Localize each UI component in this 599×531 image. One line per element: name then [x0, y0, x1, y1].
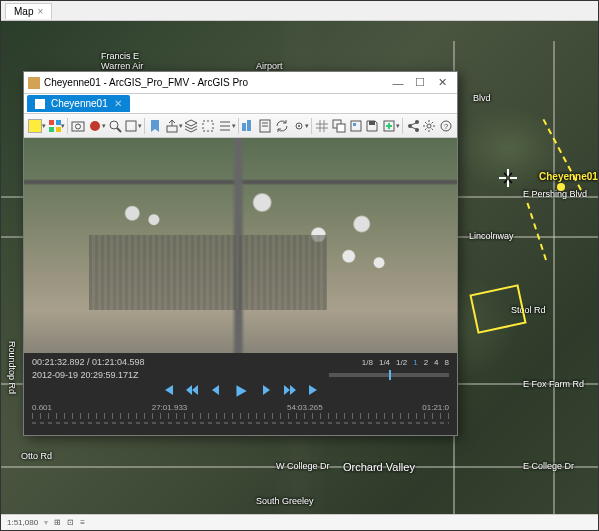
speed-selector[interactable]: 1/8 1/4 1/2 1 2 4 8 — [362, 358, 449, 367]
map-tab[interactable]: Map × — [5, 3, 52, 19]
step-back-button[interactable] — [209, 383, 223, 397]
map-tab-strip: Map × — [1, 1, 598, 21]
fmv-tab-label: Cheyenne01 — [51, 98, 108, 109]
timeline[interactable]: 0.601 27:01.933 54:03.265 01:21:0 — [32, 403, 449, 429]
svg-rect-0 — [49, 120, 54, 125]
fmv-marker-point[interactable] — [557, 183, 565, 191]
add-button[interactable] — [381, 117, 397, 135]
zoom-button[interactable] — [107, 117, 123, 135]
map-label: Blvd — [473, 93, 491, 103]
svg-rect-1 — [56, 120, 61, 125]
svg-rect-15 — [242, 123, 246, 131]
statusbar-icon[interactable]: ≡ — [80, 518, 85, 527]
playback-controls: 00:21:32.892 / 01:21:04.598 1/8 1/4 1/2 … — [24, 353, 457, 435]
share-button[interactable] — [405, 117, 421, 135]
svg-rect-25 — [353, 123, 356, 126]
svg-text:?: ? — [444, 122, 449, 131]
map-label: Francis E Warren Air — [101, 51, 143, 71]
record-button[interactable] — [87, 117, 103, 135]
bookmark-button[interactable] — [147, 117, 163, 135]
step-fwd-button[interactable] — [259, 383, 273, 397]
map-label: Lincolnway — [469, 231, 514, 241]
svg-rect-2 — [49, 127, 54, 132]
map-label: Airport — [256, 61, 283, 71]
select-button[interactable] — [200, 117, 216, 135]
fmv-titlebar[interactable]: Cheyenne01 - ArcGIS_Pro_FMV - ArcGIS Pro… — [24, 72, 457, 94]
graphics-button[interactable] — [241, 117, 257, 135]
map-label: E Fox Farm Rd — [523, 379, 584, 389]
svg-rect-3 — [56, 127, 61, 132]
cursor-icon — [499, 169, 517, 187]
layers-button[interactable] — [184, 117, 200, 135]
fmv-player-window: Cheyenne01 - ArcGIS_Pro_FMV - ArcGIS Pro… — [23, 71, 458, 436]
statusbar-icon[interactable]: ⊡ — [67, 518, 74, 527]
chevron-down-icon[interactable]: ▾ — [61, 122, 65, 130]
svg-point-21 — [298, 125, 300, 127]
metadata-button[interactable] — [257, 117, 273, 135]
svg-point-5 — [76, 124, 81, 129]
road — [553, 41, 555, 530]
svg-line-8 — [117, 128, 121, 132]
color-swatch-button[interactable] — [27, 117, 43, 135]
scale-display[interactable]: 1:51,080 — [7, 518, 38, 527]
svg-point-31 — [427, 124, 431, 128]
map-label: W College Dr — [276, 461, 330, 471]
maximize-button[interactable]: ☐ — [409, 76, 431, 89]
map-label: E Pershing Blvd — [523, 189, 587, 199]
map-label: E College Dr — [523, 461, 574, 471]
close-icon[interactable]: ✕ — [114, 98, 122, 109]
frame-button[interactable] — [123, 117, 139, 135]
save-button[interactable] — [364, 117, 380, 135]
track-button[interactable] — [291, 117, 307, 135]
svg-rect-16 — [247, 120, 251, 131]
fmv-footprint[interactable] — [469, 284, 526, 334]
close-button[interactable]: ✕ — [431, 76, 453, 89]
skip-end-button[interactable] — [307, 383, 321, 397]
svg-rect-26 — [369, 121, 375, 125]
statusbar-icon[interactable]: ⊞ — [54, 518, 61, 527]
rewind-button[interactable] — [185, 383, 199, 397]
help-button[interactable]: ? — [438, 117, 454, 135]
minimize-button[interactable]: — — [387, 77, 409, 89]
play-button[interactable] — [233, 383, 249, 399]
map-label: Roundtop Rd — [7, 341, 17, 394]
template-button[interactable] — [348, 117, 364, 135]
fmv-marker-label: Cheyenne01 — [539, 171, 598, 182]
map-label: South Greeley — [256, 496, 314, 506]
fmv-ribbon: Cheyenne01 ✕ — [24, 94, 457, 114]
svg-point-6 — [90, 121, 100, 131]
settings-button[interactable] — [421, 117, 437, 135]
overlay-button[interactable] — [331, 117, 347, 135]
app-icon — [28, 77, 40, 89]
window-title: Cheyenne01 - ArcGIS_Pro_FMV - ArcGIS Pro — [44, 77, 387, 88]
svg-rect-10 — [167, 126, 177, 132]
transport-controls — [32, 383, 449, 399]
sync-button[interactable] — [274, 117, 290, 135]
svg-rect-4 — [72, 122, 84, 131]
export-button[interactable] — [164, 117, 180, 135]
map-tab-label: Map — [14, 6, 33, 17]
video-viewport[interactable] — [24, 138, 457, 353]
timestamp-display: 2012-09-19 20:29:59.171Z — [32, 370, 329, 380]
map-label: Orchard Valley — [343, 461, 415, 473]
map-label: Otto Rd — [21, 451, 52, 461]
fmv-video-tab[interactable]: Cheyenne01 ✕ — [27, 95, 130, 112]
snapshot-button[interactable] — [70, 117, 86, 135]
fmv-track — [527, 203, 547, 261]
timecode-display: 00:21:32.892 / 01:21:04.598 — [32, 357, 362, 367]
svg-point-7 — [110, 121, 118, 129]
list-button[interactable] — [217, 117, 233, 135]
close-icon[interactable]: × — [37, 6, 43, 17]
color-picker-button[interactable] — [47, 117, 63, 135]
fast-fwd-button[interactable] — [283, 383, 297, 397]
status-bar: 1:51,080 ▾ ⊞ ⊡ ≡ — [1, 514, 598, 530]
video-icon — [35, 99, 45, 109]
svg-rect-23 — [337, 124, 345, 132]
svg-rect-9 — [126, 121, 136, 131]
svg-rect-11 — [203, 121, 213, 131]
skip-start-button[interactable] — [161, 383, 175, 397]
fmv-toolbar: ▾ ▾ ▾ ▾ ▾ ▾ ▾ ▾ ? — [24, 114, 457, 138]
speed-slider[interactable] — [329, 373, 449, 377]
grid-button[interactable] — [314, 117, 330, 135]
